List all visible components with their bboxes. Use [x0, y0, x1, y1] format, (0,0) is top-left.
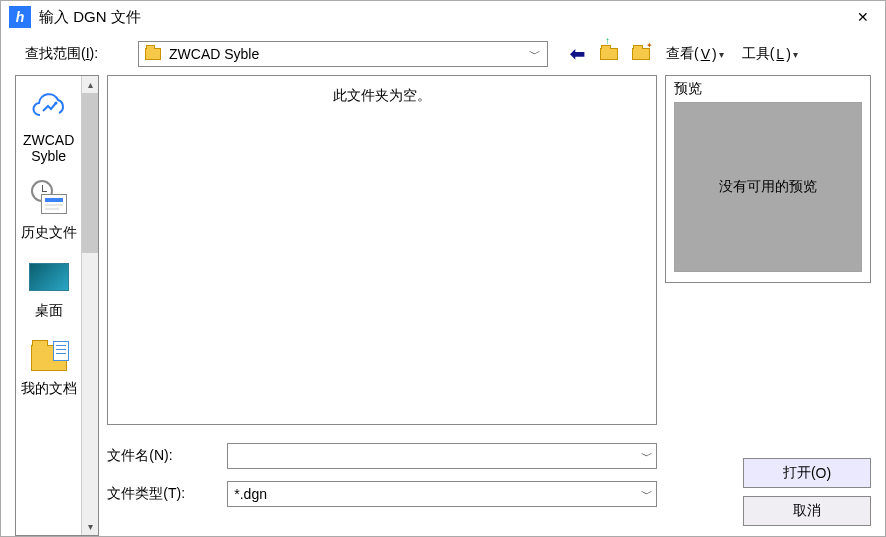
place-label: 历史文件	[16, 224, 81, 242]
scroll-down-button[interactable]: ▾	[82, 518, 98, 535]
chevron-down-icon: ﹀	[638, 486, 656, 503]
preview-section: 预览 没有可用的预览	[665, 75, 871, 283]
view-menu[interactable]: 查看(V) ▾	[662, 45, 728, 63]
file-list[interactable]: 此文件夹为空。	[107, 75, 657, 425]
filetype-row: 文件类型(T): *.dgn ﹀	[107, 481, 657, 507]
filename-label: 文件名(N):	[107, 447, 217, 465]
filetype-value: *.dgn	[228, 486, 638, 502]
up-folder-button[interactable]	[598, 44, 620, 64]
lookin-select[interactable]: ZWCAD Syble ﹀	[138, 41, 548, 67]
back-button[interactable]: ⬅	[566, 44, 588, 64]
filename-row: 文件名(N): ﹀	[107, 443, 657, 469]
folder-icon	[145, 48, 161, 60]
cloud-icon	[27, 88, 71, 126]
app-icon: h	[9, 6, 31, 28]
chevron-down-icon: ﹀	[529, 46, 541, 63]
right-column: 预览 没有可用的预览 打开(O) 取消	[665, 75, 871, 536]
scroll-up-button[interactable]: ▴	[82, 76, 98, 93]
place-label: ZWCAD Syble	[16, 132, 81, 164]
chevron-down-icon: ▾	[719, 49, 724, 60]
lookin-row: 查找范围(I): ZWCAD Syble ﹀ ⬅ 查看(V) ▾ 工具(L) ▾	[1, 33, 885, 75]
place-zwcad-syble[interactable]: ZWCAD Syble	[16, 82, 81, 174]
tools-menu[interactable]: 工具(L) ▾	[738, 45, 802, 63]
body-area: ZWCAD Syble 历史文件 桌面 我的文档 ▴	[1, 75, 885, 536]
titlebar: h 输入 DGN 文件 ✕	[1, 1, 885, 33]
chevron-down-icon: ▾	[793, 49, 798, 60]
dialog-title: 输入 DGN 文件	[39, 8, 849, 27]
action-buttons: 打开(O) 取消	[665, 458, 871, 536]
desktop-icon	[27, 258, 71, 296]
import-dgn-dialog: h 输入 DGN 文件 ✕ 查找范围(I): ZWCAD Syble ﹀ ⬅ 查…	[0, 0, 886, 537]
open-button[interactable]: 打开(O)	[743, 458, 871, 488]
filename-input[interactable]: ﹀	[227, 443, 657, 469]
places-scrollbar[interactable]: ▴ ▾	[81, 76, 98, 535]
no-preview-text: 没有可用的预览	[719, 178, 817, 196]
close-icon: ✕	[857, 9, 869, 25]
documents-icon	[27, 336, 71, 374]
lookin-value: ZWCAD Syble	[169, 46, 529, 62]
cancel-button[interactable]: 取消	[743, 496, 871, 526]
place-desktop[interactable]: 桌面	[16, 252, 81, 330]
scroll-track[interactable]	[82, 253, 98, 518]
place-history[interactable]: 历史文件	[16, 174, 81, 252]
place-documents[interactable]: 我的文档	[16, 330, 81, 408]
nav-toolbar: ⬅ 查看(V) ▾ 工具(L) ▾	[566, 44, 802, 64]
center-column: 此文件夹为空。 文件名(N): ﹀ 文件类型(T):	[107, 75, 657, 536]
folder-new-icon	[632, 48, 650, 60]
filetype-label: 文件类型(T):	[107, 485, 217, 503]
svg-point-0	[54, 102, 57, 105]
filetype-select[interactable]: *.dgn ﹀	[227, 481, 657, 507]
lookin-label: 查找范围(I):	[25, 45, 130, 63]
places-bar: ZWCAD Syble 历史文件 桌面 我的文档 ▴	[15, 75, 99, 536]
empty-folder-text: 此文件夹为空。	[333, 87, 431, 103]
chevron-down-icon: ﹀	[638, 448, 656, 465]
places-list: ZWCAD Syble 历史文件 桌面 我的文档	[16, 76, 81, 535]
place-label: 桌面	[16, 302, 81, 320]
folder-up-icon	[600, 48, 618, 60]
history-icon	[27, 180, 71, 218]
new-folder-button[interactable]	[630, 44, 652, 64]
scroll-thumb[interactable]	[82, 93, 98, 253]
fields-area: 文件名(N): ﹀ 文件类型(T): *.dgn ﹀	[107, 443, 657, 507]
arrow-back-icon: ⬅	[570, 43, 585, 65]
close-button[interactable]: ✕	[849, 3, 877, 31]
preview-title: 预览	[674, 80, 862, 98]
preview-box: 没有可用的预览	[674, 102, 862, 272]
place-label: 我的文档	[16, 380, 81, 398]
